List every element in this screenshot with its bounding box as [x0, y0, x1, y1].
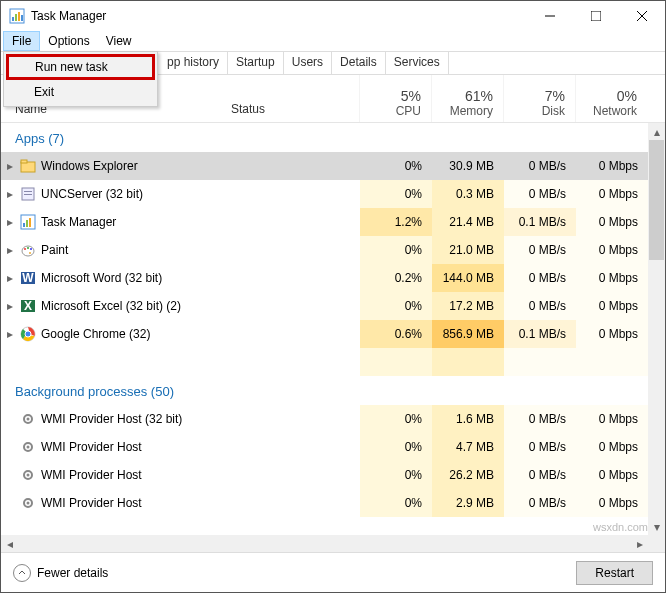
restart-button[interactable]: Restart: [576, 561, 653, 585]
run-new-task-item[interactable]: Run new task: [6, 54, 155, 80]
disk-cell: 0 MB/s: [504, 405, 576, 433]
memory-cell: 1.6 MB: [432, 405, 504, 433]
fewer-details-link[interactable]: Fewer details: [13, 564, 108, 582]
file-dropdown: Run new task Exit: [3, 51, 158, 107]
svg-rect-6: [591, 11, 601, 21]
exit-item[interactable]: Exit: [6, 80, 155, 104]
memory-cell: 17.2 MB: [432, 292, 504, 320]
tab-startup[interactable]: Startup: [228, 52, 284, 74]
col-status[interactable]: Status: [231, 102, 359, 122]
disk-cell: 0.1 MB/s: [504, 208, 576, 236]
group-background[interactable]: Background processes (50): [1, 376, 665, 405]
tab-apphistory[interactable]: pp history: [159, 52, 228, 74]
svg-point-19: [24, 248, 26, 250]
disk-cell: 0 MB/s: [504, 433, 576, 461]
disk-cell: 0.1 MB/s: [504, 320, 576, 348]
app-icon: W: [19, 270, 37, 286]
close-button[interactable]: [619, 1, 665, 31]
network-cell: 0 Mbps: [576, 292, 648, 320]
process-name: Google Chrome (32): [37, 327, 360, 341]
svg-point-35: [27, 474, 30, 477]
network-cell: 0 Mbps: [576, 461, 648, 489]
menu-options[interactable]: Options: [40, 32, 97, 50]
memory-cell: 2.9 MB: [432, 489, 504, 517]
network-cell: 0 Mbps: [576, 489, 648, 517]
menu-view[interactable]: View: [98, 32, 140, 50]
svg-text:X: X: [24, 299, 32, 313]
svg-point-20: [27, 247, 29, 249]
maximize-button[interactable]: [573, 1, 619, 31]
scroll-thumb[interactable]: [649, 140, 664, 260]
svg-rect-15: [23, 223, 25, 227]
expand-icon[interactable]: ▸: [1, 299, 19, 313]
cpu-cell: 0.6%: [360, 320, 432, 348]
process-row[interactable]: ▸UNCServer (32 bit)0%0.3 MB0 MB/s0 Mbps: [1, 180, 665, 208]
network-cell: 0 Mbps: [576, 236, 648, 264]
col-network[interactable]: 0%Network: [575, 75, 647, 122]
minimize-button[interactable]: [527, 1, 573, 31]
col-disk[interactable]: 7%Disk: [503, 75, 575, 122]
process-row[interactable]: ▸Paint0%21.0 MB0 MB/s0 Mbps: [1, 236, 665, 264]
app-icon: X: [19, 298, 37, 314]
scroll-up-icon[interactable]: ▴: [649, 123, 664, 140]
network-cell: 0 Mbps: [576, 264, 648, 292]
network-cell: 0 Mbps: [576, 433, 648, 461]
col-cpu[interactable]: 5%CPU: [359, 75, 431, 122]
menu-file[interactable]: File: [3, 31, 40, 51]
scroll-right-icon[interactable]: ▸: [631, 535, 648, 552]
svg-rect-13: [24, 194, 32, 195]
cpu-cell: 0%: [360, 152, 432, 180]
expand-icon[interactable]: ▸: [1, 327, 19, 341]
process-row[interactable]: WMI Provider Host0%4.7 MB0 MB/s0 Mbps: [1, 433, 665, 461]
process-name: WMI Provider Host (32 bit): [37, 412, 360, 426]
memory-cell: 0.3 MB: [432, 180, 504, 208]
title-bar: Task Manager: [1, 1, 665, 31]
process-name: UNCServer (32 bit): [37, 187, 360, 201]
process-list: Apps (7)▸Windows Explorer0%30.9 MB0 MB/s…: [1, 123, 665, 535]
expand-icon[interactable]: ▸: [1, 271, 19, 285]
disk-cell: 0 MB/s: [504, 264, 576, 292]
task-manager-window: Task Manager File Options View Run new t…: [0, 0, 666, 593]
cpu-cell: 0%: [360, 292, 432, 320]
process-row[interactable]: WMI Provider Host (32 bit)0%1.6 MB0 MB/s…: [1, 405, 665, 433]
expand-icon[interactable]: ▸: [1, 243, 19, 257]
expand-icon[interactable]: ▸: [1, 159, 19, 173]
process-row[interactable]: ▸WMicrosoft Word (32 bit)0.2%144.0 MB0 M…: [1, 264, 665, 292]
chevron-up-icon: [13, 564, 31, 582]
memory-cell: 30.9 MB: [432, 152, 504, 180]
process-row[interactable]: ▸Windows Explorer0%30.9 MB0 MB/s0 Mbps: [1, 152, 665, 180]
app-icon: [19, 467, 37, 483]
process-row[interactable]: WMI Provider Host0%26.2 MB0 MB/s0 Mbps: [1, 461, 665, 489]
svg-rect-1: [12, 17, 14, 21]
app-icon: [19, 495, 37, 511]
network-cell: 0 Mbps: [576, 180, 648, 208]
process-row[interactable]: ▸XMicrosoft Excel (32 bit) (2)0%17.2 MB0…: [1, 292, 665, 320]
process-name: WMI Provider Host: [37, 440, 360, 454]
expand-icon[interactable]: ▸: [1, 215, 19, 229]
svg-rect-12: [24, 191, 32, 192]
process-row[interactable]: ▸Task Manager1.2%21.4 MB0.1 MB/s0 Mbps: [1, 208, 665, 236]
svg-rect-17: [29, 218, 31, 227]
cpu-cell: 0%: [360, 433, 432, 461]
tab-services[interactable]: Services: [386, 52, 449, 74]
disk-cell: 0 MB/s: [504, 489, 576, 517]
horizontal-scrollbar[interactable]: ◂ ▸: [1, 535, 665, 552]
process-row[interactable]: WMI Provider Host0%2.9 MB0 MB/s0 Mbps: [1, 489, 665, 517]
process-row[interactable]: ▸Google Chrome (32)0.6%856.9 MB0.1 MB/s0…: [1, 320, 665, 348]
app-icon: [19, 439, 37, 455]
app-icon: [19, 214, 37, 230]
vertical-scrollbar[interactable]: ▴ ▾: [648, 123, 665, 535]
process-name: Microsoft Excel (32 bit) (2): [37, 299, 360, 313]
svg-point-33: [27, 446, 30, 449]
footer: Fewer details Restart: [1, 552, 665, 592]
col-memory[interactable]: 61%Memory: [431, 75, 503, 122]
scroll-down-icon[interactable]: ▾: [649, 518, 664, 535]
group-apps[interactable]: Apps (7): [1, 123, 665, 152]
app-icon: [19, 158, 37, 174]
expand-icon[interactable]: ▸: [1, 187, 19, 201]
network-cell: 0 Mbps: [576, 152, 648, 180]
network-cell: 0 Mbps: [576, 208, 648, 236]
tab-users[interactable]: Users: [284, 52, 332, 74]
tab-details[interactable]: Details: [332, 52, 386, 74]
scroll-left-icon[interactable]: ◂: [1, 535, 18, 552]
